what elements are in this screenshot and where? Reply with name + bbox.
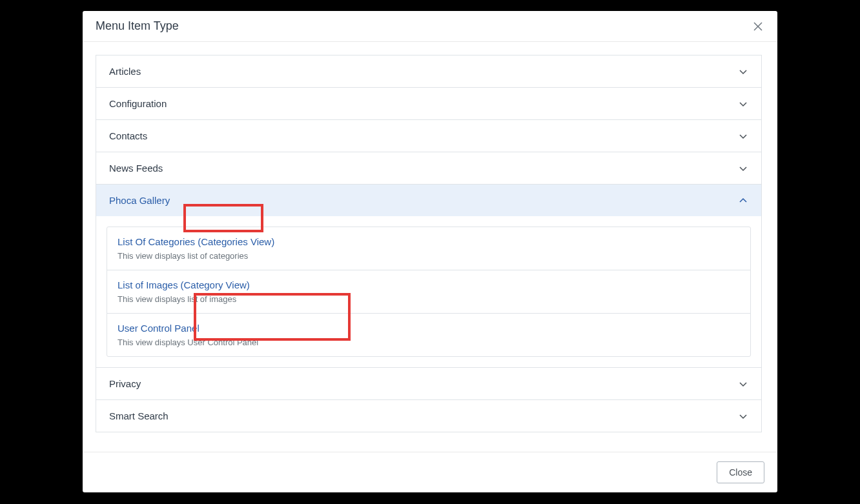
accordion-item-contacts: Contacts — [96, 120, 761, 152]
accordion-header-contacts[interactable]: Contacts — [96, 120, 761, 152]
option-desc: This view displays list of images — [118, 294, 740, 304]
accordion-item-smart-search: Smart Search — [96, 400, 761, 432]
accordion-label: Configuration — [109, 98, 167, 109]
chevron-down-icon — [738, 163, 748, 174]
accordion-item-privacy: Privacy — [96, 368, 761, 400]
chevron-down-icon — [738, 131, 748, 141]
menu-item-type-modal: Menu Item Type Articles Configuration — [83, 11, 777, 492]
chevron-down-icon — [738, 379, 748, 389]
accordion-item-articles: Articles — [96, 55, 761, 88]
chevron-down-icon — [738, 66, 748, 77]
accordion-header-phoca-gallery[interactable]: Phoca Gallery — [96, 185, 761, 216]
accordion-item-phoca-gallery: Phoca Gallery List Of Categories (Catego… — [96, 185, 761, 368]
close-icon[interactable] — [752, 20, 764, 33]
phoca-options-list: List Of Categories (Categories View) Thi… — [107, 227, 751, 357]
chevron-down-icon — [738, 99, 748, 109]
option-title: List Of Categories (Categories View) — [118, 236, 740, 247]
chevron-down-icon — [738, 411, 748, 421]
modal-header: Menu Item Type — [83, 11, 777, 42]
modal-footer: Close — [83, 452, 777, 492]
accordion-item-configuration: Configuration — [96, 88, 761, 120]
close-button[interactable]: Close — [717, 461, 764, 483]
accordion-header-articles[interactable]: Articles — [96, 55, 761, 87]
option-list-of-categories[interactable]: List Of Categories (Categories View) Thi… — [107, 227, 750, 270]
accordion-item-news-feeds: News Feeds — [96, 152, 761, 185]
accordion-label: Contacts — [109, 130, 147, 141]
menu-type-accordion: Articles Configuration Contacts — [96, 55, 762, 432]
option-title: User Control Panel — [118, 323, 740, 334]
accordion-header-news-feeds[interactable]: News Feeds — [96, 152, 761, 184]
modal-title: Menu Item Type — [96, 19, 179, 33]
modal-body[interactable]: Articles Configuration Contacts — [83, 42, 777, 452]
accordion-header-privacy[interactable]: Privacy — [96, 368, 761, 399]
accordion-content-phoca-gallery: List Of Categories (Categories View) Thi… — [96, 216, 761, 367]
accordion-header-configuration[interactable]: Configuration — [96, 88, 761, 119]
accordion-label: Smart Search — [109, 410, 169, 421]
accordion-label: Articles — [109, 66, 141, 77]
option-list-of-images[interactable]: List of Images (Category View) This view… — [107, 270, 750, 314]
accordion-label: Privacy — [109, 378, 141, 389]
chevron-up-icon — [738, 196, 748, 206]
accordion-label: Phoca Gallery — [109, 195, 170, 206]
accordion-label: News Feeds — [109, 163, 163, 174]
option-desc: This view displays list of categories — [118, 251, 740, 261]
option-user-control-panel[interactable]: User Control Panel This view displays Us… — [107, 314, 750, 356]
option-title: List of Images (Category View) — [118, 279, 740, 290]
option-desc: This view displays User Control Panel — [118, 338, 740, 347]
accordion-header-smart-search[interactable]: Smart Search — [96, 400, 761, 432]
